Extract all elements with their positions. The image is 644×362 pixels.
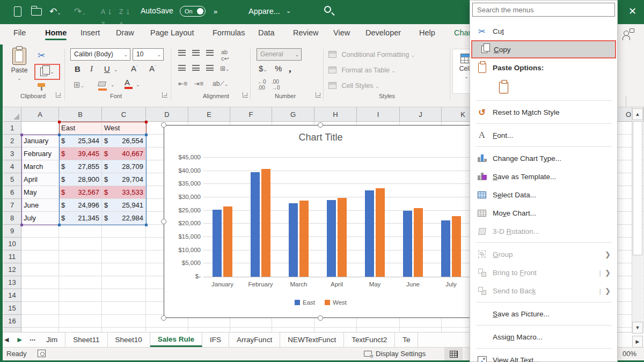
borders-button[interactable]: ⊞⌄ xyxy=(74,80,84,90)
grid-cell[interactable]: $25,941 xyxy=(102,199,146,212)
increase-font-button[interactable]: Aˆ xyxy=(131,64,138,73)
fill-chevron-icon[interactable]: ⌄ xyxy=(111,82,115,87)
row-header[interactable]: 15 xyxy=(3,302,21,315)
sheet-tab-sales-rule[interactable]: Sales Rule xyxy=(150,333,202,347)
align-middle-button[interactable] xyxy=(192,50,200,57)
ribbon-tab-char[interactable]: Char xyxy=(454,28,471,37)
font-name-combo[interactable]: Calibri (Body)⌄ xyxy=(70,48,130,61)
search-icon[interactable] xyxy=(324,6,331,13)
window-close-button[interactable]: ✕ xyxy=(628,5,636,17)
grid-cell[interactable]: January xyxy=(21,135,59,147)
grid-cell[interactable] xyxy=(400,328,442,332)
grid-cell[interactable]: $29,704 xyxy=(102,173,146,186)
chart-handle-middle-left[interactable] xyxy=(161,219,166,224)
column-header[interactable]: G xyxy=(272,107,314,122)
grid-cell[interactable] xyxy=(59,315,102,328)
grid-cell[interactable] xyxy=(102,289,146,302)
document-title-chevron-icon[interactable]: ⌄ xyxy=(286,8,291,14)
chart-handle-bottom-middle[interactable] xyxy=(318,315,323,321)
grid-cell[interactable] xyxy=(59,289,102,302)
menu-item-save-as-template[interactable]: Save as Template... xyxy=(470,167,617,186)
chart-handle-bottom-left[interactable] xyxy=(161,315,166,321)
format-as-table-button[interactable]: Format as Table ⌄ xyxy=(328,67,396,74)
menu-item-copy[interactable]: Copy xyxy=(471,40,616,58)
scroll-up-button[interactable]: ▲ xyxy=(632,108,643,120)
italic-button[interactable]: I xyxy=(90,64,93,73)
ribbon-tab-insert[interactable]: Insert xyxy=(80,28,100,37)
row-header[interactable]: 9 xyxy=(3,225,21,238)
menu-item-change-chart-type[interactable]: Change Chart Type... xyxy=(470,149,617,167)
legend-item-west[interactable]: West xyxy=(325,299,347,306)
grid-cell[interactable] xyxy=(59,250,102,263)
grid-cell[interactable]: $32,567 xyxy=(59,186,102,199)
column-header[interactable]: I xyxy=(357,107,400,122)
font-color-chevron-icon[interactable]: ⌄ xyxy=(136,82,140,87)
row-header[interactable]: 2 xyxy=(3,135,21,147)
sheet-tabs-more[interactable]: ... xyxy=(26,333,39,347)
bar-west[interactable] xyxy=(223,206,232,277)
ribbon-tab-review[interactable]: Review xyxy=(293,28,319,37)
normal-view-button[interactable] xyxy=(444,348,463,360)
increase-decimal-button[interactable]: ←0.00 xyxy=(258,79,266,91)
new-file-icon[interactable] xyxy=(14,6,21,17)
column-header[interactable]: C xyxy=(102,107,146,122)
ribbon-tab-draw[interactable]: Draw xyxy=(116,28,134,37)
grid-cell[interactable]: $28,900 xyxy=(59,173,102,186)
chart-title[interactable]: Chart Title xyxy=(164,132,477,143)
column-header[interactable]: A xyxy=(21,107,59,122)
select-all-corner[interactable] xyxy=(3,107,21,122)
grid-cell[interactable] xyxy=(59,328,102,332)
grid-cell[interactable] xyxy=(59,276,102,289)
bar-east[interactable] xyxy=(441,220,450,277)
paste-option-button[interactable] xyxy=(495,79,512,96)
grid-cell[interactable] xyxy=(21,315,59,328)
font-dialog-launcher[interactable] xyxy=(162,92,167,98)
format-painter-icon[interactable] xyxy=(38,83,46,91)
grid-cell[interactable] xyxy=(230,328,272,332)
grid-cell[interactable] xyxy=(102,315,146,328)
menu-item-save-as-picture[interactable]: Save as Picture... xyxy=(470,305,617,323)
grid-cell[interactable] xyxy=(59,238,102,250)
grid-cell[interactable]: $22,984 xyxy=(102,212,146,225)
chart-handle-top-middle[interactable] xyxy=(318,122,323,128)
grid-cell[interactable]: March xyxy=(21,160,59,173)
wrap-text-button[interactable]: abc↩ xyxy=(221,49,229,62)
increase-indent-button[interactable]: ⇥≡ xyxy=(194,80,203,87)
menu-item-assign-macro[interactable]: Assign Macro... xyxy=(470,328,617,346)
zoom-level[interactable]: 00% xyxy=(623,350,636,358)
column-header[interactable]: B xyxy=(59,107,102,122)
grid-cell[interactable]: $24,996 xyxy=(59,199,102,212)
grid-cell[interactable] xyxy=(102,302,146,315)
clipboard-dialog-launcher[interactable] xyxy=(56,92,61,98)
row-header[interactable] xyxy=(3,328,21,332)
undo-icon[interactable]: ↶⌄ xyxy=(49,5,61,19)
column-header[interactable]: F xyxy=(230,107,272,122)
grid-cell[interactable]: May xyxy=(21,186,59,199)
cut-scissors-icon[interactable]: ✂ xyxy=(38,50,45,61)
underline-chevron-icon[interactable]: ⌄ xyxy=(114,67,118,72)
bar-east[interactable] xyxy=(251,172,260,277)
bar-west[interactable] xyxy=(414,208,423,277)
sheet-tab-textfunct2[interactable]: TextFunct2 xyxy=(344,333,395,347)
bar-west[interactable] xyxy=(261,169,270,277)
grid-cell[interactable] xyxy=(21,122,59,135)
column-header[interactable]: J xyxy=(400,107,442,122)
bar-east[interactable] xyxy=(213,210,222,277)
bar-west[interactable] xyxy=(299,201,309,277)
ribbon-tab-data[interactable]: Data xyxy=(258,28,275,37)
number-dialog-launcher[interactable] xyxy=(316,92,321,98)
row-header[interactable]: 11 xyxy=(3,250,21,263)
font-color-button[interactable]: A xyxy=(125,78,133,89)
grid-cell[interactable] xyxy=(21,238,59,250)
sheet-tab-te[interactable]: Te xyxy=(395,333,418,347)
row-header[interactable]: 8 xyxy=(3,212,21,225)
menu-item-reset-to-match-style[interactable]: ↺Reset to Match Style xyxy=(470,103,617,121)
ribbon-tab-file[interactable]: File xyxy=(13,28,26,37)
grid-cell[interactable]: $27,855 xyxy=(59,160,102,173)
sheet-nav-right-icon[interactable]: ▶ xyxy=(13,333,26,347)
column-header[interactable]: D xyxy=(146,107,188,122)
row-header[interactable]: 4 xyxy=(3,160,21,173)
copy-button-callout[interactable]: ⌄ xyxy=(34,64,60,80)
row-header[interactable]: 1 xyxy=(3,122,21,135)
bar-west[interactable] xyxy=(338,198,347,277)
